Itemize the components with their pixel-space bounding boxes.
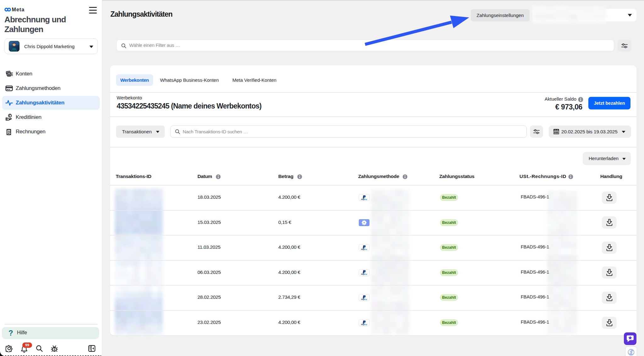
svg-text:Pal: Pal <box>364 323 367 325</box>
svg-text:Meta: Meta <box>12 7 25 12</box>
svg-text:Pal: Pal <box>364 198 367 200</box>
svg-text:Pal: Pal <box>364 273 367 275</box>
svg-text:Pal: Pal <box>364 298 367 300</box>
svg-text:Pal: Pal <box>364 248 367 250</box>
